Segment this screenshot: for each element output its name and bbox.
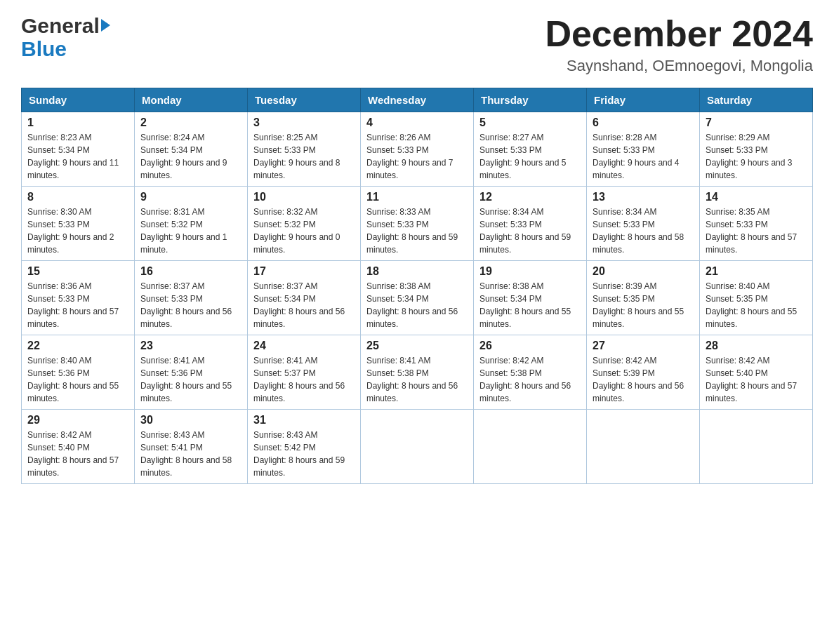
col-tuesday: Tuesday (248, 88, 361, 112)
day-info: Sunrise: 8:36 AMSunset: 5:33 PMDaylight:… (27, 281, 119, 329)
day-info: Sunrise: 8:41 AMSunset: 5:38 PMDaylight:… (366, 356, 458, 403)
table-row (587, 410, 700, 484)
day-number: 14 (706, 191, 807, 203)
table-row: 29 Sunrise: 8:42 AMSunset: 5:40 PMDaylig… (22, 410, 135, 484)
table-row (474, 410, 587, 484)
day-info: Sunrise: 8:34 AMSunset: 5:33 PMDaylight:… (593, 207, 684, 255)
day-info: Sunrise: 8:39 AMSunset: 5:35 PMDaylight:… (593, 281, 684, 329)
page-title: December 2024 (545, 14, 813, 54)
title-block: December 2024 Saynshand, OEmnoegovi, Mon… (545, 14, 813, 75)
col-monday: Monday (135, 88, 248, 112)
table-row: 26 Sunrise: 8:42 AMSunset: 5:38 PMDaylig… (474, 335, 587, 410)
day-info: Sunrise: 8:29 AMSunset: 5:33 PMDaylight:… (706, 133, 792, 180)
day-number: 5 (479, 116, 581, 129)
day-number: 25 (366, 340, 468, 352)
table-row: 31 Sunrise: 8:43 AMSunset: 5:42 PMDaylig… (248, 410, 361, 484)
table-row: 21 Sunrise: 8:40 AMSunset: 5:35 PMDaylig… (700, 261, 813, 335)
calendar-week-row: 29 Sunrise: 8:42 AMSunset: 5:40 PMDaylig… (22, 410, 813, 484)
table-row: 20 Sunrise: 8:39 AMSunset: 5:35 PMDaylig… (587, 261, 700, 335)
table-row: 23 Sunrise: 8:41 AMSunset: 5:36 PMDaylig… (135, 335, 248, 410)
day-number: 8 (27, 191, 128, 203)
day-info: Sunrise: 8:35 AMSunset: 5:33 PMDaylight:… (706, 207, 797, 255)
day-info: Sunrise: 8:41 AMSunset: 5:36 PMDaylight:… (140, 356, 232, 403)
table-row: 7 Sunrise: 8:29 AMSunset: 5:33 PMDayligh… (700, 112, 813, 187)
day-number: 27 (593, 340, 694, 352)
table-row: 11 Sunrise: 8:33 AMSunset: 5:33 PMDaylig… (361, 187, 474, 261)
day-number: 9 (140, 191, 241, 203)
logo-general-text: General (21, 14, 100, 37)
day-number: 26 (479, 340, 581, 352)
table-row (361, 410, 474, 484)
table-row: 2 Sunrise: 8:24 AMSunset: 5:34 PMDayligh… (135, 112, 248, 187)
table-row: 17 Sunrise: 8:37 AMSunset: 5:34 PMDaylig… (248, 261, 361, 335)
calendar-table: Sunday Monday Tuesday Wednesday Thursday… (21, 88, 813, 484)
table-row: 4 Sunrise: 8:26 AMSunset: 5:33 PMDayligh… (361, 112, 474, 187)
logo-triangle-icon (101, 19, 110, 32)
day-info: Sunrise: 8:30 AMSunset: 5:33 PMDaylight:… (27, 207, 114, 255)
day-info: Sunrise: 8:23 AMSunset: 5:34 PMDaylight:… (27, 133, 119, 180)
table-row: 5 Sunrise: 8:27 AMSunset: 5:33 PMDayligh… (474, 112, 587, 187)
day-info: Sunrise: 8:42 AMSunset: 5:40 PMDaylight:… (706, 356, 797, 403)
day-number: 17 (253, 265, 355, 278)
table-row (700, 410, 813, 484)
table-row: 12 Sunrise: 8:34 AMSunset: 5:33 PMDaylig… (474, 187, 587, 261)
day-number: 12 (479, 191, 581, 203)
logo: General Blue (21, 14, 110, 61)
calendar-week-row: 15 Sunrise: 8:36 AMSunset: 5:33 PMDaylig… (22, 261, 813, 335)
day-number: 19 (479, 265, 581, 278)
day-info: Sunrise: 8:34 AMSunset: 5:33 PMDaylight:… (479, 207, 571, 255)
day-number: 28 (706, 340, 807, 352)
day-info: Sunrise: 8:26 AMSunset: 5:33 PMDaylight:… (366, 133, 453, 180)
table-row: 9 Sunrise: 8:31 AMSunset: 5:32 PMDayligh… (135, 187, 248, 261)
day-info: Sunrise: 8:27 AMSunset: 5:33 PMDaylight:… (479, 133, 566, 180)
day-number: 10 (253, 191, 355, 203)
table-row: 25 Sunrise: 8:41 AMSunset: 5:38 PMDaylig… (361, 335, 474, 410)
table-row: 28 Sunrise: 8:42 AMSunset: 5:40 PMDaylig… (700, 335, 813, 410)
col-sunday: Sunday (22, 88, 135, 112)
day-number: 15 (27, 265, 128, 278)
table-row: 14 Sunrise: 8:35 AMSunset: 5:33 PMDaylig… (700, 187, 813, 261)
day-number: 7 (706, 116, 807, 129)
day-info: Sunrise: 8:38 AMSunset: 5:34 PMDaylight:… (479, 281, 571, 329)
table-row: 27 Sunrise: 8:42 AMSunset: 5:39 PMDaylig… (587, 335, 700, 410)
table-row: 13 Sunrise: 8:34 AMSunset: 5:33 PMDaylig… (587, 187, 700, 261)
day-info: Sunrise: 8:40 AMSunset: 5:35 PMDaylight:… (706, 281, 797, 329)
day-number: 23 (140, 340, 241, 352)
table-row: 16 Sunrise: 8:37 AMSunset: 5:33 PMDaylig… (135, 261, 248, 335)
page-header: General Blue December 2024 Saynshand, OE… (21, 14, 813, 75)
day-number: 29 (27, 414, 128, 427)
day-info: Sunrise: 8:28 AMSunset: 5:33 PMDaylight:… (593, 133, 679, 180)
day-number: 31 (253, 414, 355, 427)
calendar-week-row: 22 Sunrise: 8:40 AMSunset: 5:36 PMDaylig… (22, 335, 813, 410)
day-number: 4 (366, 116, 468, 129)
day-number: 2 (140, 116, 241, 129)
table-row: 30 Sunrise: 8:43 AMSunset: 5:41 PMDaylig… (135, 410, 248, 484)
table-row: 15 Sunrise: 8:36 AMSunset: 5:33 PMDaylig… (22, 261, 135, 335)
day-info: Sunrise: 8:37 AMSunset: 5:33 PMDaylight:… (140, 281, 232, 329)
table-row: 22 Sunrise: 8:40 AMSunset: 5:36 PMDaylig… (22, 335, 135, 410)
day-info: Sunrise: 8:40 AMSunset: 5:36 PMDaylight:… (27, 356, 119, 403)
day-info: Sunrise: 8:43 AMSunset: 5:42 PMDaylight:… (253, 430, 345, 478)
day-info: Sunrise: 8:25 AMSunset: 5:33 PMDaylight:… (253, 133, 340, 180)
col-saturday: Saturday (700, 88, 813, 112)
day-number: 30 (140, 414, 241, 427)
calendar-week-row: 8 Sunrise: 8:30 AMSunset: 5:33 PMDayligh… (22, 187, 813, 261)
day-info: Sunrise: 8:24 AMSunset: 5:34 PMDaylight:… (140, 133, 227, 180)
day-info: Sunrise: 8:42 AMSunset: 5:40 PMDaylight:… (27, 430, 119, 478)
day-info: Sunrise: 8:42 AMSunset: 5:38 PMDaylight:… (479, 356, 571, 403)
table-row: 1 Sunrise: 8:23 AMSunset: 5:34 PMDayligh… (22, 112, 135, 187)
col-friday: Friday (587, 88, 700, 112)
calendar-header-row: Sunday Monday Tuesday Wednesday Thursday… (22, 88, 813, 112)
day-info: Sunrise: 8:32 AMSunset: 5:32 PMDaylight:… (253, 207, 340, 255)
day-number: 3 (253, 116, 355, 129)
table-row: 6 Sunrise: 8:28 AMSunset: 5:33 PMDayligh… (587, 112, 700, 187)
day-number: 16 (140, 265, 241, 278)
day-number: 1 (27, 116, 128, 129)
day-number: 6 (593, 116, 694, 129)
page-subtitle: Saynshand, OEmnoegovi, Mongolia (545, 57, 813, 75)
day-number: 20 (593, 265, 694, 278)
logo-blue-text: Blue (21, 37, 67, 60)
table-row: 19 Sunrise: 8:38 AMSunset: 5:34 PMDaylig… (474, 261, 587, 335)
table-row: 18 Sunrise: 8:38 AMSunset: 5:34 PMDaylig… (361, 261, 474, 335)
col-wednesday: Wednesday (361, 88, 474, 112)
